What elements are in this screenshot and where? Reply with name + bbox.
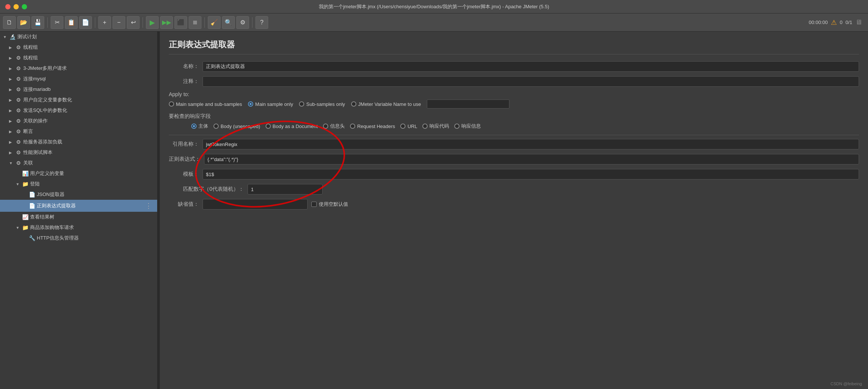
radio-request-headers[interactable]: Request Headers <box>350 124 395 129</box>
clear-button[interactable]: 🧹 <box>208 16 221 29</box>
radio-body-unescaped[interactable]: Body (unescaped) <box>213 124 260 129</box>
arrow-icon: ▶ <box>9 56 14 60</box>
sidebar-item-thread-group-1[interactable]: ▶ ⚙ 线程组 <box>0 42 157 53</box>
timer-display: 00:00:00 <box>809 20 828 25</box>
window-controls[interactable] <box>5 4 27 9</box>
sidebar-item-label: 连接mariadb <box>23 86 51 93</box>
open-button[interactable]: 📂 <box>17 16 30 29</box>
sidebar-item-test-plan[interactable]: ▼ 🔬 测试计划 <box>0 32 157 42</box>
radio-info-head[interactable]: 信息头 <box>323 123 345 130</box>
radio-body-as-document[interactable]: Body as a Document <box>266 124 318 129</box>
template-input[interactable] <box>203 169 859 179</box>
sidebar-item-label: 测试计划 <box>17 33 37 40</box>
sidebar-item-related-ops[interactable]: ▶ ⚙ 关联的操作 <box>0 116 157 126</box>
jmeter-multi-icon: ⚙ <box>15 65 22 71</box>
sidebar-item-add-cart[interactable]: ▼ 📁 商品添加购物车请求 <box>0 222 157 233</box>
name-label: 名称： <box>169 63 199 70</box>
json-extractor-icon: 📄 <box>29 191 35 198</box>
radio-url[interactable]: URL <box>400 124 417 129</box>
radio-jmeter-variable[interactable]: JMeter Variable Name to use <box>351 101 421 107</box>
shutdown-button[interactable]: ⏹ <box>189 16 201 29</box>
function-helper-button[interactable]: ⚙ <box>236 16 249 29</box>
radio-sub-samples-only[interactable]: Sub-samples only <box>299 101 345 107</box>
radio-body[interactable]: 主体 <box>191 123 208 130</box>
regex-extractor-icon: 📄 <box>29 203 35 209</box>
apply-to-options: Main sample and sub-samples Main sample … <box>169 100 859 109</box>
sidebar-item-perf-script[interactable]: ▶ ⚙ 性能测试脚本 <box>0 147 157 158</box>
context-menu-button[interactable]: ⋮ <box>143 202 154 210</box>
find-button[interactable]: 🔍 <box>222 16 235 29</box>
regex-input[interactable] <box>204 154 859 164</box>
cut-button[interactable]: ✂ <box>51 16 63 29</box>
apply-to-label: Apply to: <box>169 91 859 97</box>
sidebar-item-json-extractor[interactable]: 📄 JSON提取器 <box>0 189 157 200</box>
sidebar-item-label: 断言 <box>23 128 33 135</box>
default-value-input[interactable] <box>203 199 308 210</box>
sidebar-item-jmeter-multi[interactable]: ▶ ⚙ 3-JMeter多用户请求 <box>0 63 157 74</box>
user-vars-icon: ⚙ <box>15 97 22 103</box>
login-icon: 📁 <box>22 181 29 187</box>
minimize-button[interactable] <box>14 4 19 9</box>
radio-circle <box>454 124 460 129</box>
sidebar-item-login[interactable]: ▼ 📁 登陆 <box>0 179 157 189</box>
assertions-icon: ⚙ <box>15 128 22 134</box>
start-no-pause-button[interactable]: ▶▶ <box>160 16 173 29</box>
sidebar-item-connect-mariadb[interactable]: ▶ ⚙ 连接mariadb <box>0 84 157 95</box>
new-button[interactable]: 🗋 <box>3 16 16 29</box>
remove-button[interactable]: − <box>113 16 125 29</box>
template-row: 模板： <box>169 169 859 179</box>
checkbox-label: 使用空默认值 <box>319 201 348 208</box>
arrow-icon: ▼ <box>16 182 20 186</box>
test-plan-icon: 🔬 <box>9 34 16 40</box>
close-button[interactable] <box>5 4 11 9</box>
panel-title: 正则表达式提取器 <box>169 39 859 54</box>
radio-label: Request Headers <box>357 124 395 129</box>
ref-name-input[interactable] <box>203 139 859 149</box>
sidebar-item-view-results[interactable]: 📈 查看结果树 <box>0 212 157 222</box>
add-cart-icon: 📁 <box>22 225 29 231</box>
sidebar-item-thread-group-2[interactable]: ▶ ⚙ 线程组 <box>0 53 157 63</box>
sidebar-item-http-header[interactable]: 🔧 HTTP信息头管理器 <box>0 233 157 243</box>
arrow-icon: ▶ <box>9 140 14 144</box>
regex-row: 正则表达式： <box>169 154 859 164</box>
radio-label: Body (unescaped) <box>221 124 260 129</box>
sidebar-item-label: 查看结果树 <box>30 214 54 220</box>
sidebar-item-add-load[interactable]: ▶ ⚙ 给服务器添加负载 <box>0 137 157 147</box>
thread-group-icon: ⚙ <box>15 55 22 61</box>
add-button[interactable]: + <box>98 16 111 29</box>
radio-label: Main sample only <box>255 101 293 107</box>
default-value-row: 缺省值： 使用空默认值 <box>169 199 859 210</box>
checkbox-box <box>311 202 317 207</box>
radio-main-sample-sub[interactable]: Main sample and sub-samples <box>169 101 242 107</box>
revert-button[interactable]: ↩ <box>127 16 140 29</box>
sidebar-item-related[interactable]: ▼ ⚙ 关联 <box>0 158 157 168</box>
paste-button[interactable]: 📄 <box>79 16 92 29</box>
radio-circle <box>213 124 219 129</box>
arrow-icon: ▶ <box>9 87 14 92</box>
radio-main-sample-only[interactable]: Main sample only <box>248 101 293 107</box>
run-button[interactable]: ▶ <box>146 16 159 29</box>
radio-response-code[interactable]: 响应代码 <box>422 123 449 130</box>
comment-input[interactable] <box>203 76 859 87</box>
separator-1 <box>47 17 48 28</box>
perf-script-icon: ⚙ <box>15 149 22 155</box>
radio-response-info[interactable]: 响应信息 <box>454 123 481 130</box>
copy-button[interactable]: 📋 <box>65 16 78 29</box>
maximize-button[interactable] <box>22 4 27 9</box>
radio-circle <box>400 124 405 129</box>
sidebar-item-send-sql[interactable]: ▶ ⚙ 发送SQL中的参数化 <box>0 105 157 116</box>
ref-name-row: 引用名称： <box>169 139 859 149</box>
sidebar-item-regex-extractor[interactable]: 📄 正则表达式提取器 ⋮ <box>0 200 157 212</box>
sidebar-item-connect-mysql[interactable]: ▶ ⚙ 连接mysql <box>0 74 157 84</box>
match-no-input[interactable] <box>248 184 323 194</box>
sidebar: ▼ 🔬 测试计划 ▶ ⚙ 线程组 ▶ ⚙ 线程组 ▶ ⚙ 3-JMeter多用户… <box>0 32 158 389</box>
help-button[interactable]: ? <box>255 16 268 29</box>
name-input[interactable] <box>203 61 859 72</box>
sidebar-item-user-defined-vars2[interactable]: 📊 用户定义的变量 <box>0 168 157 179</box>
stop-button[interactable]: ⬛ <box>174 16 187 29</box>
save-button[interactable]: 💾 <box>32 16 44 29</box>
use-empty-default-checkbox[interactable]: 使用空默认值 <box>311 201 348 208</box>
sidebar-item-assertions[interactable]: ▶ ⚙ 断言 <box>0 126 157 137</box>
jmeter-var-input[interactable] <box>427 100 509 109</box>
sidebar-item-user-defined-vars[interactable]: ▶ ⚙ 用户自定义变量参数化 <box>0 95 157 105</box>
